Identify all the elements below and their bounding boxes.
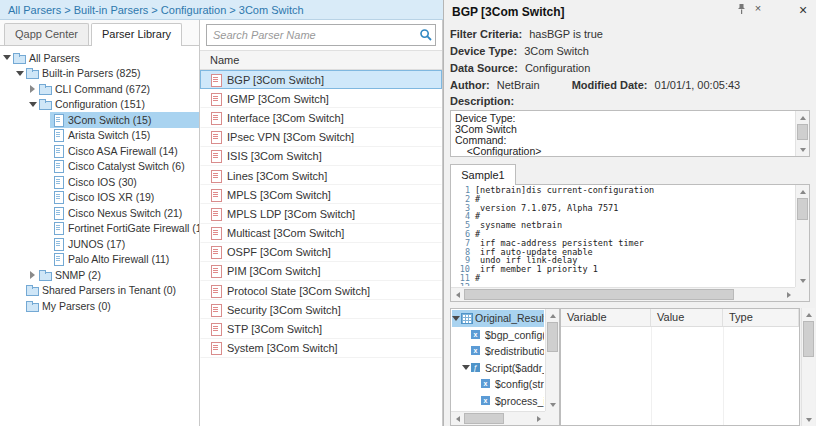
tree-item-node[interactable]: Cisco IOS (30)	[50, 174, 199, 190]
tree-item-node[interactable]: Cisco ASA Firewall (14)	[50, 143, 199, 159]
parser-row[interactable]: MPLS [3Com Switch]	[200, 185, 442, 204]
parser-row[interactable]: Interface [3Com Switch]	[200, 108, 442, 127]
expand-arrow-icon[interactable]	[28, 102, 37, 107]
breadcrumb[interactable]: All Parsers > Built-in Parsers > Configu…	[8, 4, 304, 16]
tree-item-node[interactable]: CLI Command (672)	[37, 81, 199, 97]
close-icon[interactable]: ×	[796, 3, 810, 17]
scroll-thumb[interactable]	[797, 124, 808, 140]
parser-row[interactable]: BGP [3Com Switch]	[200, 70, 442, 89]
description-scrollbar[interactable]	[795, 111, 809, 156]
result-tree-item[interactable]: $addr_famil	[452, 409, 544, 410]
result-tree-horizontal-scrollbar[interactable]	[451, 411, 545, 425]
scroll-left-button[interactable]	[451, 288, 464, 301]
scroll-up-button[interactable]	[802, 308, 815, 321]
scroll-left-button[interactable]	[451, 412, 464, 425]
tree-item[interactable]: Cisco ASA Firewall (14)	[0, 143, 199, 159]
dock-close-icon[interactable]: ×	[752, 2, 764, 14]
result-tree-item[interactable]: Script($addr_family	[452, 360, 544, 377]
parser-row[interactable]: System [3Com Switch]	[200, 339, 442, 358]
tree-item-node[interactable]: All Parsers	[11, 50, 199, 66]
tree-item-node[interactable]: JUNOS (17)	[50, 236, 199, 252]
expand-arrow-icon[interactable]	[2, 55, 11, 60]
scroll-up-button[interactable]	[796, 185, 809, 198]
tree-item[interactable]: 3Com Switch (15)	[0, 112, 199, 128]
parser-row[interactable]: Lines [3Com Switch]	[200, 166, 442, 185]
tree-item[interactable]: Cisco Nexus Switch (21)	[0, 205, 199, 221]
parser-row[interactable]: Security [3Com Switch]	[200, 300, 442, 319]
expand-arrow-icon[interactable]	[462, 365, 470, 370]
tree-item-node[interactable]: 3Com Switch (15)	[50, 112, 199, 128]
result-tree-item[interactable]: $bgp_config(config	[452, 327, 544, 344]
tree-item[interactable]: Cisco Catalyst Switch (6)	[0, 159, 199, 175]
column-header-variable[interactable]: Variable	[561, 309, 651, 326]
tree-item[interactable]: Cisco IOS (30)	[0, 174, 199, 190]
parser-row[interactable]: MPLS LDP [3Com Switch]	[200, 204, 442, 223]
search-icon[interactable]	[417, 28, 435, 42]
tab-qapp-center[interactable]: Qapp Center	[4, 23, 89, 45]
scroll-thumb[interactable]	[803, 321, 814, 357]
variable-table-scrollbar[interactable]	[801, 308, 815, 426]
column-header-type[interactable]: Type	[723, 309, 799, 326]
result-tree-item[interactable]: $redistribution_con	[452, 343, 544, 360]
expand-arrow-icon[interactable]	[28, 85, 37, 93]
parser-row[interactable]: IPsec VPN [3Com Switch]	[200, 128, 442, 147]
scroll-down-button[interactable]	[802, 413, 815, 426]
tree-item[interactable]: JUNOS (17)	[0, 236, 199, 252]
tree-item-node[interactable]: Palo Alto Firewall (11)	[50, 252, 199, 268]
scroll-down-button[interactable]	[546, 398, 559, 411]
tree-item-node[interactable]: SNMP (2)	[37, 267, 199, 283]
tree-item[interactable]: Configuration (151)	[0, 97, 199, 113]
tab-parser-library[interactable]: Parser Library	[91, 23, 182, 45]
scroll-up-button[interactable]	[796, 111, 809, 124]
scroll-down-button[interactable]	[796, 274, 809, 287]
tree-item-node[interactable]: Arista Switch (15)	[50, 128, 199, 144]
tree-item[interactable]: Arista Switch (15)	[0, 128, 199, 144]
search-input[interactable]	[207, 29, 417, 41]
scroll-thumb[interactable]	[547, 322, 558, 352]
tree-item-node[interactable]: Shared Parsers in Tenant (0)	[24, 283, 199, 299]
expand-arrow-icon[interactable]	[15, 71, 24, 76]
parser-row[interactable]: ISIS [3Com Switch]	[200, 147, 442, 166]
scroll-thumb[interactable]	[464, 413, 504, 424]
tree-item-node[interactable]: Configuration (151)	[37, 97, 199, 113]
code-horizontal-scrollbar[interactable]	[451, 287, 795, 301]
scroll-thumb[interactable]	[797, 198, 808, 220]
code-vertical-scrollbar[interactable]	[795, 185, 809, 287]
parser-row[interactable]: Multicast [3Com Switch]	[200, 224, 442, 243]
result-tree-vertical-scrollbar[interactable]	[545, 309, 559, 411]
column-header-name[interactable]: Name	[200, 50, 442, 70]
tree-item[interactable]: Fortinet FortiGate Firewall (1)	[0, 221, 199, 237]
expand-arrow-icon[interactable]	[28, 271, 37, 279]
scroll-right-button[interactable]	[782, 288, 795, 301]
tree-item-node[interactable]: Fortinet FortiGate Firewall (1)	[50, 221, 199, 237]
tree-item-node[interactable]: Cisco Catalyst Switch (6)	[50, 159, 199, 175]
column-header-value[interactable]: Value	[651, 309, 723, 326]
scroll-down-button[interactable]	[796, 143, 809, 156]
parser-row[interactable]: IGMP [3Com Switch]	[200, 89, 442, 108]
parser-row[interactable]: Protocol State [3Com Switch]	[200, 281, 442, 300]
tree-item-node[interactable]: Cisco IOS XR (19)	[50, 190, 199, 206]
tree-item[interactable]: All Parsers	[0, 50, 199, 66]
tree-item-node[interactable]: Built-in Parsers (825)	[24, 66, 199, 82]
tree-item[interactable]: Built-in Parsers (825)	[0, 66, 199, 82]
tree-item[interactable]: My Parsers (0)	[0, 298, 199, 314]
tree-item[interactable]: SNMP (2)	[0, 267, 199, 283]
pin-icon[interactable]	[736, 3, 748, 15]
expand-arrow-icon[interactable]	[452, 316, 460, 321]
parser-row[interactable]: PIM [3Com Switch]	[200, 262, 442, 281]
tree-item[interactable]: Palo Alto Firewall (11)	[0, 252, 199, 268]
tree-item-node[interactable]: My Parsers (0)	[24, 298, 199, 314]
tree-item[interactable]: Cisco IOS XR (19)	[0, 190, 199, 206]
tree-item[interactable]: CLI Command (672)	[0, 81, 199, 97]
result-tree-item[interactable]: Original_Result	[452, 310, 544, 327]
tree-item-node[interactable]: Cisco Nexus Switch (21)	[50, 205, 199, 221]
scroll-right-button[interactable]	[532, 412, 545, 425]
tree-item[interactable]: Shared Parsers in Tenant (0)	[0, 283, 199, 299]
scroll-thumb[interactable]	[464, 289, 734, 300]
scroll-up-button[interactable]	[546, 309, 559, 322]
parser-row[interactable]: OSPF [3Com Switch]	[200, 243, 442, 262]
result-tree-item[interactable]: $process_id(str	[452, 393, 544, 410]
result-tree-item[interactable]: $config(string)	[452, 376, 544, 393]
tab-sample1[interactable]: Sample1	[450, 164, 516, 185]
parser-row[interactable]: STP [3Com Switch]	[200, 319, 442, 338]
